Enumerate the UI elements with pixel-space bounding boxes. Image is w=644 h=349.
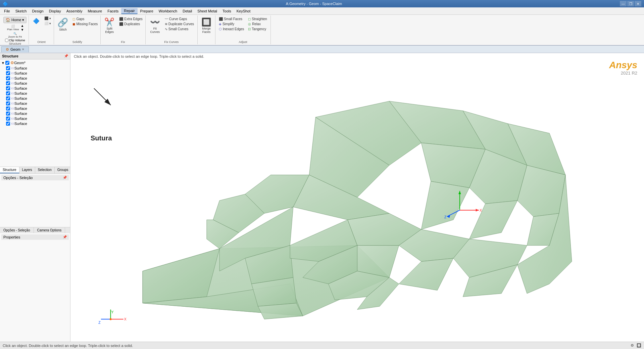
tab-selection[interactable]: Selection <box>35 167 55 173</box>
menu-display[interactable]: Display <box>46 8 64 14</box>
fix-curves-label: Fix Curves <box>164 40 179 44</box>
clip-volume-checkbox[interactable] <box>5 39 8 42</box>
surface-checkbox-9[interactable] <box>6 106 10 111</box>
surface-checkbox-10[interactable] <box>6 112 10 116</box>
minimize-button[interactable]: — <box>620 1 627 6</box>
fit-curves-button[interactable]: 〰️ Fit Curves <box>148 16 162 40</box>
surface-icon-4: ▭ <box>11 81 14 85</box>
tangency-btn[interactable]: ⊡ Tangency <box>247 27 268 31</box>
tree-item[interactable]: ▭ Surface <box>1 76 69 81</box>
surface-label-5: Surface <box>14 86 27 90</box>
tree-expand-icon: ▼ <box>1 61 5 65</box>
titlebar: 🔷 A:Geometry - Geom - SpaceClaim — ❐ ✕ <box>0 0 644 7</box>
display-mode-btn[interactable]: ⬜ ▾ <box>43 21 52 26</box>
bottom-tabs: Opções - Seleção Camera Options <box>0 227 70 233</box>
bottom-tab-camera[interactable]: Camera Options <box>34 227 65 233</box>
structure-header: Structure 📌 <box>0 53 70 59</box>
menu-sheet-metal[interactable]: Sheet Metal <box>195 8 220 14</box>
surface-checkbox-8[interactable] <box>6 101 10 105</box>
ribbon-home-group: 🏠 Home ▾ ⬜ Plan View ▲ ▼ 🔍Zoom to Fit <box>1 15 29 44</box>
properties-pin-icon[interactable]: 📌 <box>63 235 67 239</box>
solidify-label: Solidify <box>72 40 82 44</box>
stitch-icon: 🔗 <box>57 17 68 28</box>
missing-faces-btn[interactable]: ◼ Missing Faces <box>71 22 99 26</box>
tree-item[interactable]: ▭ Surface <box>1 96 69 101</box>
duplicates-btn[interactable]: ⬛ Duplicates <box>118 22 144 26</box>
menu-sketch[interactable]: Sketch <box>13 8 30 14</box>
stitch-button[interactable]: 🔗 Stitch <box>55 16 70 40</box>
close-button[interactable]: ✕ <box>635 1 641 6</box>
menu-tools[interactable]: Tools <box>220 8 234 14</box>
surface-checkbox-1[interactable] <box>6 66 10 70</box>
tree-item[interactable]: ▭ Surface <box>1 111 69 116</box>
tree-item[interactable]: ▭ Surface <box>1 91 69 96</box>
menu-prepare[interactable]: Prepare <box>138 8 156 14</box>
small-faces-btn[interactable]: ⬛ Small Faces <box>217 17 245 21</box>
statusbar-icon-2[interactable]: 🔲 <box>637 343 641 348</box>
inexact-edges-btn[interactable]: ⬡ Inexact Edges <box>217 27 245 31</box>
small-curves-icon: ∿ <box>165 27 167 31</box>
tree-item[interactable]: ▭ Surface <box>1 81 69 86</box>
restore-button[interactable]: ❐ <box>627 1 634 6</box>
viewport[interactable]: Click an object. Double-click to select … <box>70 53 644 342</box>
plan-view-btn[interactable]: ⬜ Plan View <box>6 24 20 32</box>
svg-marker-13 <box>453 239 527 278</box>
menu-facets[interactable]: Facets <box>105 8 121 14</box>
svg-marker-17 <box>421 181 469 229</box>
menu-detail[interactable]: Detail <box>180 8 195 14</box>
surface-checkbox-5[interactable] <box>6 86 10 90</box>
tree-item[interactable]: ▭ Surface <box>1 86 69 91</box>
geom-tab-close[interactable]: ✕ <box>22 48 24 51</box>
tree-item[interactable]: ▭ Surface <box>1 101 69 106</box>
geom-viewport-tab[interactable]: ⚙ Geom ✕ <box>1 46 29 52</box>
curve-gaps-btn[interactable]: 〰 Curve Gaps <box>163 17 195 21</box>
gaps-btn[interactable]: ◻ Gaps <box>71 17 99 21</box>
inexact-edges-icon: ⬡ <box>219 27 222 31</box>
select-btn[interactable]: ⬛ ▾ <box>43 16 52 20</box>
merge-faces-button[interactable]: 🔲 Merge Faces <box>199 16 214 40</box>
duplicate-curves-btn[interactable]: ≋ Duplicate Curves <box>163 22 195 26</box>
extra-edges-btn[interactable]: ⬛ Extra Edges <box>118 17 144 21</box>
menu-keyshot[interactable]: KeyShot <box>234 8 253 14</box>
menu-file[interactable]: File <box>1 8 13 14</box>
tree-root-checkbox[interactable] <box>5 61 9 65</box>
nav-up-btn[interactable]: ▲ <box>20 24 24 28</box>
fix-label: Fix <box>121 40 125 44</box>
menu-assembly[interactable]: Assembly <box>64 8 85 14</box>
tree-root[interactable]: ▼ ⚙ Geom* <box>1 60 69 66</box>
surface-checkbox-11[interactable] <box>6 117 10 121</box>
relax-btn[interactable]: ◎ Relax <box>247 22 268 26</box>
simplify-btn[interactable]: ◈ Simplify <box>217 22 245 26</box>
straighten-btn[interactable]: ◻ Straighten <box>247 17 268 21</box>
tab-structure[interactable]: Structure <box>0 167 19 173</box>
tree-item[interactable]: ▭ Surface <box>1 71 69 76</box>
zoom-to-fit-btn[interactable]: 🔍Zoom to Fit <box>7 32 22 39</box>
orient-icon-btn[interactable]: 🔷 <box>30 16 42 26</box>
statusbar-icon-1[interactable]: ⚙ <box>631 343 634 348</box>
bottom-tab-options[interactable]: Opções - Seleção <box>0 227 34 233</box>
surface-checkbox-6[interactable] <box>6 91 10 95</box>
tree-item[interactable]: ▭ Surface <box>1 121 69 126</box>
home-dropdown[interactable]: 🏠 Home ▾ <box>3 17 27 23</box>
menu-workbench[interactable]: Workbench <box>156 8 180 14</box>
tab-groups[interactable]: Groups <box>55 167 71 173</box>
structure-pin-icon[interactable]: 📌 <box>64 54 68 58</box>
menu-measure[interactable]: Measure <box>85 8 105 14</box>
small-curves-btn[interactable]: ∿ Small Curves <box>163 27 195 31</box>
tree-item[interactable]: ▭ Surface <box>1 106 69 111</box>
surface-checkbox-12[interactable] <box>6 122 10 126</box>
properties-header-label: Properties <box>3 235 20 239</box>
surface-checkbox-2[interactable] <box>6 71 10 75</box>
tab-layers[interactable]: Layers <box>19 167 35 173</box>
surface-checkbox-3[interactable] <box>6 76 10 80</box>
nav-down-btn[interactable]: ▼ <box>20 28 24 32</box>
surface-icon-7: ▭ <box>11 96 14 100</box>
tree-item[interactable]: ▭ Surface <box>1 116 69 121</box>
options-pin-icon[interactable]: 📌 <box>63 176 67 180</box>
surface-checkbox-4[interactable] <box>6 81 10 85</box>
tree-item[interactable]: ▭ Surface <box>1 66 69 71</box>
surface-checkbox-7[interactable] <box>6 96 10 100</box>
menu-repair[interactable]: Repair <box>121 8 137 14</box>
split-edges-button[interactable]: ✂️ Split Edges <box>102 16 117 40</box>
menu-design[interactable]: Design <box>29 8 46 14</box>
